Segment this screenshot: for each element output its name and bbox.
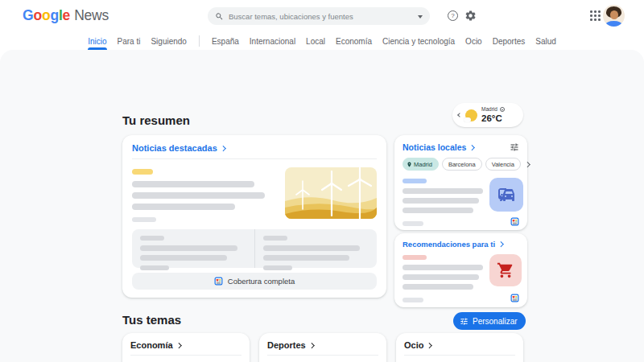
topic-deportes-link[interactable]: Deportes (267, 340, 313, 350)
apps-grid-icon[interactable] (590, 10, 601, 21)
chevron-left-icon[interactable] (457, 113, 462, 117)
settings-gear-icon[interactable] (464, 10, 477, 22)
recommendations-card: Recomendaciones para ti (394, 233, 527, 307)
wind-turbines-illustration (285, 167, 377, 219)
full-coverage-icon[interactable] (510, 217, 519, 226)
chip-madrid[interactable]: Madrid (402, 158, 439, 171)
weather-city: Madrid (481, 107, 497, 113)
logo-letter: e (63, 7, 71, 23)
logo-letter: o (33, 7, 42, 23)
chevron-right-icon (309, 343, 314, 348)
personalize-button[interactable]: Personalizar (453, 312, 526, 330)
tab-siguiendo[interactable]: Siguiendo (151, 32, 186, 50)
chip-valencia[interactable]: Valencia (485, 158, 521, 171)
timestamp-skeleton (402, 221, 423, 226)
tab-local[interactable]: Local (306, 32, 325, 50)
topic-title: Deportes (267, 340, 306, 350)
chips-scroll-right-icon[interactable] (525, 162, 530, 167)
tab-para-ti[interactable]: Para ti (118, 32, 141, 50)
logo-letter: G (23, 7, 33, 23)
recommendations-title: Recomendaciones para ti (402, 240, 495, 249)
google-news-logo[interactable]: Google News (23, 7, 109, 24)
search-input[interactable] (229, 12, 414, 21)
search-bar[interactable] (208, 7, 430, 25)
tab-internacional[interactable]: Internacional (250, 32, 295, 50)
nav-divider (199, 35, 200, 47)
local-news-title: Noticias locales (402, 142, 466, 152)
topic-title: Economía (130, 340, 173, 350)
top-bar: Google News (0, 0, 644, 32)
chevron-right-icon (427, 343, 432, 348)
full-coverage-button[interactable]: Cobertura completa (132, 273, 377, 290)
gps-icon (500, 107, 505, 112)
topic-ocio-link[interactable]: Ocio (404, 340, 431, 350)
chip-label: Barcelona (448, 161, 476, 168)
avatar[interactable] (603, 5, 625, 27)
topic-card-deportes: Deportes (259, 333, 386, 362)
topic-card-economia: Economía (122, 333, 250, 362)
timestamp-skeleton (402, 298, 423, 302)
tab-ciencia-y-tecnologia[interactable]: Ciencia y tecnología (382, 32, 455, 50)
tune-icon[interactable] (510, 142, 519, 152)
content-area: Tu resumen Madrid 26°C Noticias destacad… (0, 50, 644, 362)
chevron-right-icon (498, 241, 503, 246)
featured-news-link[interactable]: Noticias destacadas (132, 143, 377, 153)
google-news-page: Google News Inicio Para ti Siguiendo Esp… (0, 0, 644, 362)
related-articles-skeleton (132, 229, 377, 268)
city-chips: Madrid Barcelona Valencia (402, 158, 519, 171)
article-skeleton (402, 178, 483, 213)
tab-deportes[interactable]: Deportes (493, 32, 526, 50)
local-news-link[interactable]: Noticias locales (402, 142, 474, 152)
help-icon[interactable] (448, 10, 458, 21)
search-dropdown-caret-icon[interactable] (418, 15, 423, 19)
chevron-right-icon (469, 145, 474, 150)
avatar-shirt (605, 21, 622, 27)
full-coverage-label: Cobertura completa (228, 277, 295, 286)
summary-heading: Tu resumen (122, 113, 190, 127)
traffic-icon (489, 178, 523, 212)
featured-news-title: Noticias destacadas (132, 143, 217, 153)
topic-title: Ocio (404, 340, 423, 350)
full-coverage-icon (214, 277, 223, 286)
chip-barcelona[interactable]: Barcelona (442, 158, 482, 171)
nav-tabs: Inicio Para ti Siguiendo España Internac… (0, 32, 644, 50)
topic-economia-link[interactable]: Economía (130, 340, 180, 350)
chevron-right-icon (221, 146, 225, 150)
weather-temperature: 26°C (481, 114, 505, 124)
tab-salud[interactable]: Salud (535, 32, 556, 50)
full-coverage-icon[interactable] (510, 294, 519, 302)
article-skeleton (132, 167, 275, 222)
location-pin-icon (407, 162, 412, 167)
logo-letter: g (50, 7, 59, 23)
tune-icon (460, 317, 469, 326)
recommendations-link[interactable]: Recomendaciones para ti (402, 240, 519, 249)
article-skeleton (402, 254, 483, 290)
sun-icon (465, 109, 477, 121)
featured-news-card: Noticias destacadas (122, 135, 386, 298)
search-icon (215, 12, 224, 21)
chip-label: Madrid (414, 161, 432, 168)
weather-widget[interactable]: Madrid 26°C (452, 103, 523, 127)
logo-product-name: News (74, 7, 109, 24)
topic-card-ocio: Ocio (396, 333, 523, 362)
cart-icon (489, 254, 522, 286)
chevron-right-icon (176, 343, 181, 348)
tab-espana[interactable]: España (212, 32, 239, 50)
logo-letter: o (42, 7, 51, 23)
tab-ocio[interactable]: Ocio (465, 32, 482, 50)
tab-economia[interactable]: Economía (336, 32, 372, 50)
personalize-label: Personalizar (473, 317, 518, 326)
chip-label: Valencia (492, 161, 514, 168)
local-news-card: Noticias locales Madrid Barcelona Valenc… (394, 135, 527, 230)
topics-heading: Tus temas (122, 313, 181, 327)
avatar-face (610, 10, 618, 19)
tab-inicio[interactable]: Inicio (88, 32, 106, 50)
